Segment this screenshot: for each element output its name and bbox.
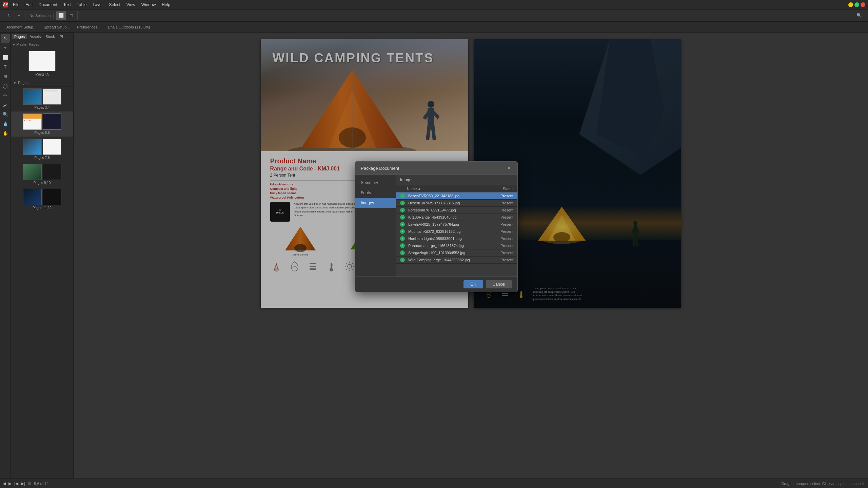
tab-pages[interactable]: Pages <box>12 34 27 39</box>
page-item-910[interactable]: Pages 9,10 <box>11 162 73 187</box>
maximize-button[interactable] <box>854 2 859 7</box>
close-button[interactable] <box>861 2 865 7</box>
master-a-item[interactable]: Master A <box>11 48 73 79</box>
image-name-1: DesertEVR035_690076315.jpg <box>407 201 490 205</box>
status-indicator <box>28 482 31 485</box>
main-toolbar: ↖ ⌖ No Selection ⬜ ◻ 🔍 <box>0 9 868 22</box>
nav-first-button[interactable]: |◀ <box>14 481 18 486</box>
master-pages-section[interactable]: ▶ Master Pages <box>11 41 73 48</box>
tab-stock[interactable]: Stock <box>43 34 57 39</box>
image-row-3[interactable]: ✓ Kit100Range_454391848.jpg Present <box>396 214 517 221</box>
shape-tool[interactable]: ◯ <box>1 81 10 90</box>
page-thumbs-1112 <box>23 189 61 205</box>
dialog-cancel-button[interactable]: Cancel <box>486 280 512 288</box>
image-status-7: Present <box>490 244 513 248</box>
nav-prev-button[interactable]: ◀ <box>3 481 6 486</box>
col-status-header: Status <box>486 187 513 191</box>
hand-tool[interactable]: ✋ <box>1 129 10 138</box>
menu-view[interactable]: View <box>124 2 138 8</box>
menu-document[interactable]: Document <box>36 2 60 8</box>
page-navigation-label: 5,6 of 14 <box>34 482 48 486</box>
pen-tool[interactable]: ✏ <box>1 91 10 100</box>
pointer-tool[interactable]: ↖ <box>1 34 10 43</box>
view-normal[interactable]: ⬜ <box>56 11 66 20</box>
node-tool-panel[interactable]: ⌖ <box>1 43 10 52</box>
menu-table[interactable]: Table <box>74 2 90 8</box>
check-icon-8: ✓ <box>400 250 405 255</box>
minimize-button[interactable] <box>848 2 853 7</box>
tab-pl[interactable]: Pl <box>58 34 65 39</box>
dialog-nav: Summary Fonts Images <box>355 175 396 277</box>
dialog-close-button[interactable]: × <box>506 165 512 171</box>
spread-setup-btn[interactable]: Spread Setup... <box>41 24 72 30</box>
image-name-0: BeachEVR030_221342188.jpg <box>407 194 490 198</box>
page-thumbs-78 <box>23 139 61 155</box>
page-910-label: Pages 9,10 <box>34 181 51 185</box>
image-status-2: Present <box>490 208 513 212</box>
pages-section[interactable]: ▼ Pages <box>11 79 73 86</box>
dialog-nav-fonts[interactable]: Fonts <box>355 188 396 198</box>
image-row-5[interactable]: ✓ MountainKil070_632816162.jpg Present <box>396 228 517 235</box>
page-78-label: Pages 7,8 <box>34 156 50 160</box>
image-status-6: Present <box>490 237 513 241</box>
image-name-6: Northern Lights1058833001.png <box>407 237 490 241</box>
dialog-nav-images[interactable]: Images <box>355 198 396 208</box>
check-icon-1: ✓ <box>400 201 405 205</box>
image-row-0[interactable]: ✓ BeachEVR030_221342188.jpg Present <box>396 192 517 200</box>
nav-last-button[interactable]: ▶| <box>21 481 25 486</box>
image-row-7[interactable]: ✓ PanoramaLarge_1166481874.jpg Present <box>396 242 517 249</box>
menu-help[interactable]: Help <box>159 2 173 8</box>
zoom-tool[interactable]: 🔍 <box>1 110 10 119</box>
dialog-nav-summary[interactable]: Summary <box>355 178 396 188</box>
page-item-78[interactable]: Pages 7,8 <box>11 137 73 162</box>
color-picker[interactable]: 💧 <box>1 119 10 128</box>
page-1112-label: Pages 11,12 <box>33 206 52 210</box>
page-item-34[interactable]: Pages 3,4 <box>11 86 73 111</box>
menu-file[interactable]: File <box>10 2 22 8</box>
menu-text[interactable]: Text <box>61 2 74 8</box>
node-tool[interactable]: ⌖ <box>14 11 24 20</box>
page-item-56[interactable]: Product Name Pages 5,6 <box>11 111 73 137</box>
image-row-8[interactable]: ✓ StargazingKil100_1013904553.jpg Presen… <box>396 249 517 257</box>
image-row-9[interactable]: ✓ Wild CampingLarge_1044339682.jpg Prese… <box>396 257 517 264</box>
brush-tool[interactable]: 🖌 <box>1 100 10 109</box>
menu-edit[interactable]: Edit <box>23 2 35 8</box>
sidebar-tab-bar: Pages Assets Stock Pl <box>11 33 73 41</box>
text-tool[interactable]: T <box>1 62 10 71</box>
dialog-ok-button[interactable]: OK <box>463 280 483 288</box>
row-check-5: ✓ <box>400 229 407 234</box>
page-34-label: Pages 3,4 <box>34 106 50 109</box>
page-3-thumb <box>23 88 42 105</box>
image-row-1[interactable]: ✓ DesertEVR035_690076315.jpg Present <box>396 200 517 207</box>
frame-tool[interactable]: ⬜ <box>1 53 10 62</box>
menu-layer[interactable]: Layer <box>90 2 105 8</box>
page-5-thumb: Product Name <box>23 114 42 130</box>
image-row-6[interactable]: ✓ Northern Lights1058833001.png Present <box>396 235 517 242</box>
canvas-area[interactable]: WILD CAMPING TENTS <box>74 33 868 479</box>
dialog-overlay[interactable]: Package Document × Summary Fonts Images … <box>74 33 868 479</box>
table-tool[interactable]: ⊞ <box>1 72 10 81</box>
page-11-thumb <box>23 189 42 205</box>
image-row-2[interactable]: ✓ ForestKil070_699169477.jpg Present <box>396 207 517 214</box>
preferences-btn[interactable]: Preferences... <box>75 24 103 30</box>
sort-arrow-icon: ▲ <box>417 187 421 191</box>
page-6-thumb <box>43 114 61 130</box>
page-item-1112[interactable]: Pages 11,12 <box>11 187 73 212</box>
document-title: Dhala Outdoors (115.0%) <box>105 24 153 30</box>
view-preview[interactable]: ◻ <box>66 11 76 20</box>
row-check-8: ✓ <box>400 250 407 255</box>
menu-select[interactable]: Select <box>106 2 123 8</box>
col-name-header[interactable]: Name ▲ <box>407 187 486 191</box>
nav-next-button[interactable]: ▶ <box>8 481 12 486</box>
check-icon-5: ✓ <box>400 229 405 234</box>
image-name-9: Wild CampingLarge_1044339682.jpg <box>407 258 490 262</box>
image-row-4[interactable]: ✓ LakeEVR025_1379475764.jpg Present <box>396 221 517 228</box>
image-name-8: StargazingKil100_1013904553.jpg <box>407 251 490 255</box>
search-button[interactable]: 🔍 <box>854 11 864 20</box>
document-setup-btn[interactable]: Document Setup... <box>3 24 39 30</box>
image-status-9: Present <box>490 258 513 262</box>
page-thumbnails-list: Pages 3,4 Product Name Pages 5,6 Page <box>11 86 73 479</box>
tab-assets[interactable]: Assets <box>27 34 43 39</box>
menu-window[interactable]: Window <box>139 2 159 8</box>
select-tool[interactable]: ↖ <box>4 11 14 20</box>
